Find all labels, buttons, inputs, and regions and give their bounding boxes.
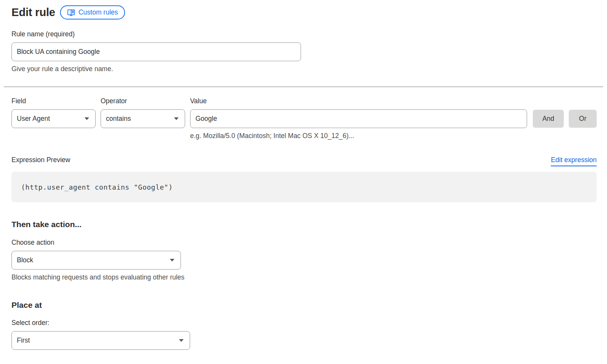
action-section: Then take action... Choose action Block … xyxy=(11,220,597,281)
condition-builder: Field User Agent Operator contains Value… xyxy=(11,97,597,140)
value-label: Value xyxy=(190,97,527,105)
custom-rules-button[interactable]: Custom rules xyxy=(60,5,125,20)
order-select-value: First xyxy=(17,336,30,344)
condition-row: Field User Agent Operator contains Value… xyxy=(11,97,597,140)
expression-preview-header: Expression Preview Edit expression xyxy=(11,156,597,166)
expression-preview-label: Expression Preview xyxy=(11,156,70,164)
field-label: Field xyxy=(11,97,96,105)
section-divider xyxy=(4,86,603,87)
field-select-value: User Agent xyxy=(17,115,50,123)
chevron-down-icon xyxy=(170,259,174,262)
action-heading: Then take action... xyxy=(11,220,597,229)
operator-select[interactable]: contains xyxy=(101,109,185,128)
rule-name-input[interactable] xyxy=(11,42,301,61)
order-select[interactable]: First xyxy=(11,331,190,350)
rule-name-label: Rule name (required) xyxy=(11,30,597,38)
operator-select-value: contains xyxy=(106,115,131,123)
chevron-down-icon xyxy=(85,117,89,120)
rule-name-section: Rule name (required) Give your rule a de… xyxy=(11,30,597,73)
custom-rules-label: Custom rules xyxy=(78,8,118,16)
operator-label: Operator xyxy=(101,97,185,105)
and-button[interactable]: And xyxy=(533,110,564,128)
select-order-label: Select order: xyxy=(11,319,597,327)
or-button[interactable]: Or xyxy=(569,110,597,128)
page-header: Edit rule Custom rules xyxy=(11,5,597,20)
placement-section: Place at Select order: First xyxy=(11,301,597,350)
value-input[interactable] xyxy=(190,109,527,128)
expression-preview-section: Expression Preview Edit expression (http… xyxy=(11,156,597,202)
edit-expression-link[interactable]: Edit expression xyxy=(551,156,597,166)
edit-rule-page: Edit rule Custom rules Rule name (requir… xyxy=(0,0,607,364)
book-icon xyxy=(67,9,75,16)
page-title: Edit rule xyxy=(11,6,55,19)
value-column: Value e.g. Mozilla/5.0 (Macintosh; Intel… xyxy=(190,97,527,140)
and-or-buttons: And Or xyxy=(533,97,597,128)
choose-action-label: Choose action xyxy=(11,239,597,247)
action-help: Blocks matching requests and stops evalu… xyxy=(11,273,597,281)
operator-column: Operator contains xyxy=(101,97,185,128)
chevron-down-icon xyxy=(179,339,184,342)
value-help: e.g. Mozilla/5.0 (Macintosh; Intel Mac O… xyxy=(190,132,527,140)
rule-name-help: Give your rule a descriptive name. xyxy=(11,65,597,73)
expression-code-text: (http.user_agent contains "Google") xyxy=(21,183,173,191)
field-select[interactable]: User Agent xyxy=(11,109,96,128)
place-at-heading: Place at xyxy=(11,301,597,310)
action-select-value: Block xyxy=(17,256,33,264)
chevron-down-icon xyxy=(174,117,179,120)
field-column: Field User Agent xyxy=(11,97,96,128)
expression-preview-code: (http.user_agent contains "Google") xyxy=(11,172,597,202)
action-select[interactable]: Block xyxy=(11,251,181,270)
